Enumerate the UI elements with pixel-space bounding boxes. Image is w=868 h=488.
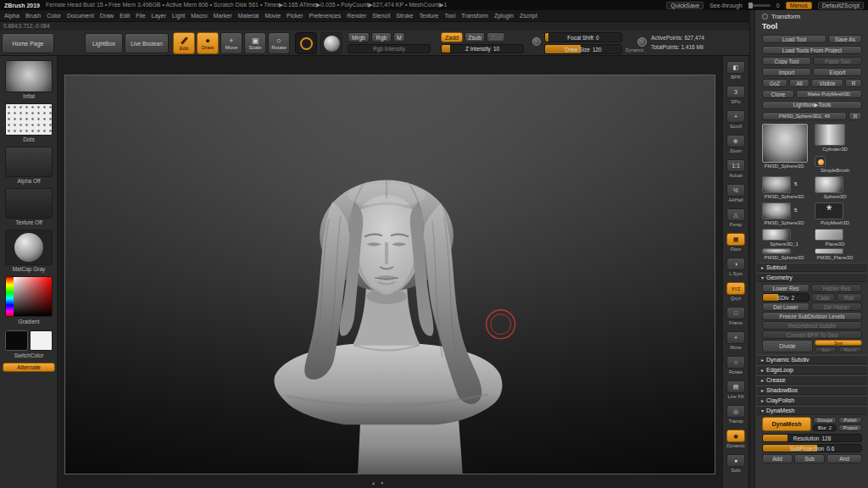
project-button[interactable]: Project <box>838 424 862 431</box>
menu-layer[interactable]: Layer <box>152 13 167 19</box>
menu-zplugin[interactable]: Zplugin <box>494 13 514 19</box>
solo-button[interactable]: ●Solo <box>726 454 746 473</box>
clone-button[interactable]: Clone <box>762 90 794 98</box>
tool-thumb-plane3d[interactable] <box>815 229 843 241</box>
convert-bpr-button[interactable]: Convert BPR To Geo <box>762 330 862 339</box>
alpha-picker[interactable] <box>5 147 53 177</box>
focal-shift-slider[interactable]: Focal Shift0 <box>544 32 622 42</box>
draw-size-slider[interactable]: Draw Size120 <box>544 44 622 54</box>
geometry-section-header[interactable]: ▾Geometry <box>757 273 867 282</box>
goz-r-button[interactable]: R <box>845 79 862 87</box>
smt-button[interactable]: Smt <box>815 340 862 346</box>
menu-preferences[interactable]: Preferences <box>309 13 342 19</box>
frame-button[interactable]: □Frame <box>726 307 746 325</box>
stroke-preview-button[interactable] <box>295 32 317 54</box>
dynamic-persp-button[interactable]: ◉Dynamic <box>726 430 746 448</box>
menu-marker[interactable]: Marker <box>214 13 232 19</box>
saturation-square[interactable] <box>14 277 52 316</box>
del-lower-button[interactable]: Del Lower <box>762 302 810 311</box>
alternate-button[interactable]: Alternate <box>3 363 55 372</box>
dynamesh-sub-button[interactable]: Sub <box>794 454 825 463</box>
zadd-button[interactable]: Zadd <box>441 32 463 42</box>
blur-slider[interactable]: Blur2 <box>813 424 837 431</box>
groups-button[interactable]: Groups <box>813 417 837 424</box>
tool-thumb-simplebrush[interactable] <box>815 156 826 167</box>
dynamesh-button[interactable]: DynaMesh <box>762 417 811 431</box>
live-boolean-button[interactable]: Live Boolean <box>125 33 169 53</box>
brush-picker-inflat[interactable] <box>5 60 53 92</box>
canvas-scroll-arrows[interactable]: ▲ ▼ <box>371 480 386 485</box>
rgb-intensity-slider[interactable]: Rgb Intensity <box>348 44 431 53</box>
default-zscript-button[interactable]: DefaultZScript <box>818 2 864 9</box>
current-material-button[interactable] <box>320 32 342 54</box>
menu-zscript[interactable]: Zscript <box>520 13 537 19</box>
dynamesh-and-button[interactable]: And <box>826 454 862 463</box>
tool-thumb-polymesh3d[interactable] <box>815 202 843 219</box>
dynamesh-section-header[interactable]: ▾DynaMesh <box>757 406 867 415</box>
lower-res-button[interactable]: Lower Res <box>762 284 810 292</box>
higher-res-button[interactable]: Higher Res <box>811 284 862 292</box>
current-tool-button[interactable]: PM3D_Sphere3D1. 49 <box>762 112 847 120</box>
quicksave-button[interactable]: QuickSave <box>666 2 704 9</box>
line-fill-button[interactable]: ▤Line Fill <box>726 380 746 399</box>
zcut-button[interactable]: Zcut <box>487 32 505 42</box>
dynamesh-add-button[interactable]: Add <box>762 454 793 463</box>
paste-tool-button[interactable]: Paste Tool <box>813 57 862 65</box>
z-intensity-slider[interactable]: Z Intensity10 <box>441 44 524 53</box>
current-tool-r-button[interactable]: R <box>849 112 862 120</box>
floor-button[interactable]: ▦Floor <box>726 233 746 252</box>
secondary-color-swatch[interactable] <box>30 330 53 351</box>
menu-render[interactable]: Render <box>347 13 366 19</box>
menu-texture[interactable]: Texture <box>419 13 438 19</box>
menu-document[interactable]: Document <box>67 13 94 19</box>
tool-thumb-pm3d-plane3d[interactable] <box>815 248 843 254</box>
bpr-button[interactable]: ◧BPR <box>726 61 746 80</box>
move-button[interactable]: +Move <box>220 32 242 54</box>
draw-button[interactable]: ●Draw <box>197 32 219 54</box>
menu-brush[interactable]: Brush <box>25 13 41 19</box>
export-button[interactable]: Export <box>813 68 862 76</box>
menu-movie[interactable]: Movie <box>264 13 281 19</box>
qxyz-button[interactable]: XYZQxyz <box>726 282 746 301</box>
rotate-button[interactable]: ○Rotate <box>268 32 290 54</box>
menu-macro[interactable]: Macro <box>191 13 207 19</box>
rotate3d-button[interactable]: ○Rotate <box>726 356 746 374</box>
menu-file[interactable]: File <box>136 13 145 19</box>
load-tool-button[interactable]: Load Tool <box>762 35 826 43</box>
menu-edit[interactable]: Edit <box>120 13 130 19</box>
main-color-swatch[interactable] <box>5 330 28 351</box>
zsub-button[interactable]: Zsub <box>465 32 485 42</box>
tool-thumb-selected[interactable] <box>762 124 808 163</box>
dynamic-subdiv-section-header[interactable]: ▸Dynamic Subdiv <box>757 355 867 364</box>
hue-strip[interactable] <box>6 277 14 316</box>
menu-alpha[interactable]: Alpha <box>4 13 19 19</box>
menu-material[interactable]: Material <box>237 13 259 19</box>
mrgb-button[interactable]: Mrgb <box>348 32 370 42</box>
scale-button[interactable]: ▣Scale <box>244 32 266 54</box>
polish-button[interactable]: Polish <box>838 417 862 424</box>
home-page-button[interactable]: Home Page <box>2 33 54 53</box>
lightbox-tools-button[interactable]: Lightbox▶Tools <box>762 101 862 109</box>
sdiv-slider[interactable]: SDiv2 <box>762 293 810 302</box>
goz-all-button[interactable]: All <box>789 79 810 87</box>
m-button[interactable]: M <box>393 32 405 42</box>
subtool-section-header[interactable]: ▸Subtool <box>757 263 867 272</box>
edgeloop-section-header[interactable]: ▸EdgeLoop <box>757 365 867 374</box>
tool-thumb-pm3d-sphere3d[interactable] <box>762 202 791 219</box>
menu-draw[interactable]: Draw <box>100 13 114 19</box>
menu-transform[interactable]: Transform <box>461 13 488 19</box>
tool-thumb-cylinder3d[interactable] <box>815 124 845 146</box>
goz-button[interactable]: GoZ <box>762 79 787 87</box>
see-through-slider[interactable] <box>748 4 771 7</box>
edit-button[interactable]: Edit <box>173 32 195 54</box>
lightbox-button[interactable]: LightBox <box>85 33 123 53</box>
transp-button[interactable]: ◎Transp <box>726 405 746 424</box>
save-as-button[interactable]: Save As <box>828 35 862 43</box>
suv-button[interactable]: Suv <box>815 347 837 352</box>
tool-thumb-sphere3d-1[interactable] <box>762 229 791 241</box>
menu-picker[interactable]: Picker <box>287 13 303 19</box>
aahalf-button[interactable]: ½AAHalf <box>726 184 746 202</box>
menus-button[interactable]: Menus <box>786 2 812 9</box>
persp-button[interactable]: △Persp <box>726 208 746 227</box>
document-canvas[interactable] <box>64 75 715 474</box>
